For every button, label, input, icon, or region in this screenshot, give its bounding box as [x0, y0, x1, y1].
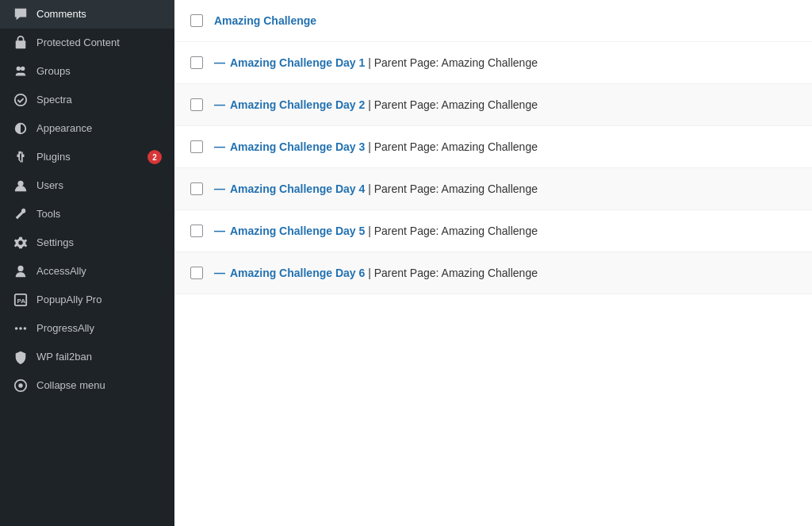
- row-checkbox-1[interactable]: [190, 56, 203, 69]
- sidebar-label-settings: Settings: [36, 236, 162, 250]
- main-content: Amazing Challenge— Amazing Challenge Day…: [174, 0, 812, 526]
- row-text-3: — Amazing Challenge Day 3 | Parent Page:…: [214, 140, 538, 153]
- comments-icon: [13, 6, 29, 22]
- sidebar-item-settings[interactable]: Settings: [0, 228, 174, 257]
- svg-point-4: [15, 327, 18, 330]
- settings-icon: [13, 235, 29, 251]
- row-dash-2: —: [214, 98, 228, 111]
- row-dash-4: —: [214, 182, 228, 195]
- row-dash-3: —: [214, 140, 228, 153]
- svg-point-5: [19, 327, 22, 330]
- table-row: — Amazing Challenge Day 2 | Parent Page:…: [174, 84, 812, 126]
- sidebar-item-protected-content[interactable]: Protected Content: [0, 29, 174, 57]
- sidebar-item-progressally[interactable]: ProgressAlly: [0, 314, 174, 343]
- groups-icon: [13, 63, 29, 79]
- row-separator-4: |: [365, 182, 373, 195]
- row-text-2: — Amazing Challenge Day 2 | Parent Page:…: [214, 98, 538, 111]
- plugins-icon: [13, 149, 29, 165]
- svg-point-0: [15, 94, 26, 106]
- appearance-icon: [13, 121, 29, 136]
- table-row: — Amazing Challenge Day 5 | Parent Page:…: [174, 210, 812, 252]
- row-link-6[interactable]: Amazing Challenge Day 6: [230, 267, 365, 279]
- sidebar-item-plugins[interactable]: Plugins2: [0, 143, 174, 171]
- svg-point-8: [18, 383, 22, 387]
- table-row: — Amazing Challenge Day 1 | Parent Page:…: [174, 42, 812, 84]
- sidebar-label-comments: Comments: [36, 8, 162, 21]
- sidebar-item-comments[interactable]: Comments: [0, 0, 174, 29]
- row-separator-2: |: [365, 98, 373, 111]
- sidebar-item-groups[interactable]: Groups: [0, 57, 174, 86]
- row-text-6: — Amazing Challenge Day 6 | Parent Page:…: [214, 267, 538, 279]
- row-text-0: Amazing Challenge: [214, 14, 316, 27]
- row-parent-2: Parent Page: Amazing Challenge: [374, 98, 538, 111]
- sidebar-label-accessally: AccessAlly: [36, 265, 162, 278]
- row-text-4: — Amazing Challenge Day 4 | Parent Page:…: [214, 182, 538, 195]
- row-dash-6: —: [214, 267, 228, 279]
- row-text-1: — Amazing Challenge Day 1 | Parent Page:…: [214, 56, 538, 69]
- sidebar-label-spectra: Spectra: [36, 94, 162, 107]
- sidebar: CommentsProtected ContentGroupsSpectraAp…: [0, 0, 174, 526]
- table-row: Amazing Challenge: [174, 0, 812, 42]
- row-parent-6: Parent Page: Amazing Challenge: [374, 267, 538, 279]
- sidebar-label-appearance: Appearance: [36, 122, 162, 136]
- page-list: Amazing Challenge— Amazing Challenge Day…: [174, 0, 812, 294]
- row-parent-1: Parent Page: Amazing Challenge: [374, 56, 538, 69]
- row-link-0[interactable]: Amazing Challenge: [214, 14, 316, 27]
- accessally-icon: [13, 263, 29, 279]
- sidebar-item-wp-fail2ban[interactable]: WP fail2ban: [0, 343, 174, 371]
- table-row: — Amazing Challenge Day 6 | Parent Page:…: [174, 252, 812, 294]
- collapse-menu-icon: [13, 378, 29, 394]
- svg-point-1: [17, 181, 23, 186]
- row-link-2[interactable]: Amazing Challenge Day 2: [230, 98, 365, 111]
- row-separator-3: |: [365, 140, 373, 153]
- sidebar-label-wp-fail2ban: WP fail2ban: [36, 351, 162, 364]
- row-dash-1: —: [214, 56, 228, 69]
- row-parent-3: Parent Page: Amazing Challenge: [374, 140, 538, 153]
- spectra-icon: [13, 92, 29, 108]
- wp-fail2ban-icon: [13, 349, 29, 365]
- sidebar-label-users: Users: [36, 179, 162, 193]
- sidebar-item-users[interactable]: Users: [0, 171, 174, 200]
- row-checkbox-2[interactable]: [190, 98, 203, 111]
- sidebar-label-plugins: Plugins: [36, 151, 140, 164]
- sidebar-item-appearance[interactable]: Appearance: [0, 114, 174, 143]
- row-checkbox-4[interactable]: [190, 182, 203, 195]
- row-link-4[interactable]: Amazing Challenge Day 4: [230, 182, 365, 195]
- users-icon: [13, 178, 29, 194]
- row-parent-4: Parent Page: Amazing Challenge: [374, 182, 538, 195]
- svg-text:PA: PA: [17, 298, 26, 305]
- row-separator-5: |: [365, 225, 373, 237]
- popupally-pro-icon: PA: [13, 292, 29, 308]
- sidebar-label-tools: Tools: [36, 208, 162, 221]
- sidebar-item-collapse-menu[interactable]: Collapse menu: [0, 371, 174, 400]
- sidebar-item-tools[interactable]: Tools: [0, 200, 174, 228]
- sidebar-item-accessally[interactable]: AccessAlly: [0, 257, 174, 286]
- table-row: — Amazing Challenge Day 4 | Parent Page:…: [174, 168, 812, 210]
- row-link-3[interactable]: Amazing Challenge Day 3: [230, 140, 365, 153]
- row-checkbox-3[interactable]: [190, 140, 203, 153]
- row-parent-5: Parent Page: Amazing Challenge: [374, 225, 538, 237]
- table-row: — Amazing Challenge Day 3 | Parent Page:…: [174, 126, 812, 168]
- sidebar-item-popupally-pro[interactable]: PAPopupAlly Pro: [0, 286, 174, 314]
- sidebar-label-groups: Groups: [36, 65, 162, 79]
- sidebar-label-collapse-menu: Collapse menu: [36, 379, 162, 393]
- protected-content-icon: [13, 35, 29, 51]
- row-separator-1: |: [365, 56, 373, 69]
- sidebar-label-protected-content: Protected Content: [36, 36, 162, 50]
- sidebar-label-popupally-pro: PopupAlly Pro: [36, 294, 162, 307]
- tools-icon: [13, 206, 29, 222]
- row-checkbox-5[interactable]: [190, 225, 203, 237]
- row-separator-6: |: [365, 267, 373, 279]
- svg-point-6: [24, 327, 27, 330]
- row-link-1[interactable]: Amazing Challenge Day 1: [230, 56, 365, 69]
- plugins-badge: 2: [147, 150, 162, 164]
- row-text-5: — Amazing Challenge Day 5 | Parent Page:…: [214, 225, 538, 237]
- row-checkbox-6[interactable]: [190, 267, 203, 279]
- progressally-icon: [13, 321, 29, 336]
- row-checkbox-0[interactable]: [190, 14, 203, 27]
- sidebar-label-progressally: ProgressAlly: [36, 322, 162, 336]
- row-dash-5: —: [214, 225, 228, 237]
- sidebar-item-spectra[interactable]: Spectra: [0, 86, 174, 114]
- row-link-5[interactable]: Amazing Challenge Day 5: [230, 225, 365, 237]
